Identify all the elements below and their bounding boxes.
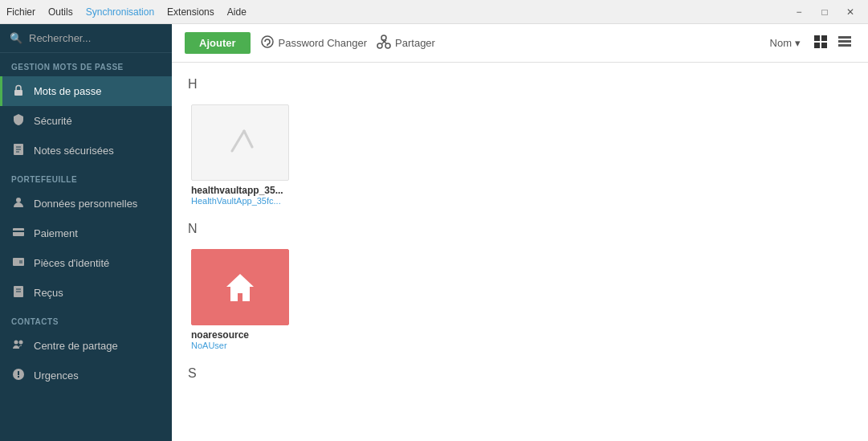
sidebar-item-personal[interactable]: Données personnelles (0, 189, 172, 218)
menu-outils[interactable]: Outils (48, 6, 73, 18)
sidebar-item-personal-label: Données personnelles (34, 198, 137, 210)
maximize-button[interactable]: □ (813, 3, 836, 21)
menu-fichier[interactable]: Fichier (6, 6, 35, 18)
section-header-h: H (188, 77, 852, 92)
sidebar-item-notes-label: Notes sécurisées (34, 145, 114, 157)
section-label-contacts: CONTACTS (0, 308, 172, 331)
svg-point-16 (19, 341, 23, 345)
svg-rect-27 (821, 43, 827, 48)
search-icon: 🔍 (10, 32, 22, 44)
close-button[interactable]: ✕ (839, 3, 862, 21)
svg-point-9 (14, 260, 18, 263)
lock-icon (11, 84, 26, 99)
section-label-portefeuille: PORTEFEUILLE (0, 165, 172, 189)
sidebar-item-receipts[interactable]: Reçus (0, 278, 172, 308)
sidebar-item-notes[interactable]: Notes sécurisées (0, 136, 172, 165)
item-icon-healthvault (191, 104, 289, 181)
menu-aide[interactable]: Aide (227, 6, 247, 18)
menu-extensions[interactable]: Extensions (167, 6, 214, 18)
svg-rect-28 (838, 36, 851, 39)
list-view-button[interactable] (834, 33, 855, 54)
svg-line-31 (232, 131, 244, 151)
svg-rect-0 (14, 90, 22, 96)
section-header-s: S (188, 366, 852, 381)
sidebar-item-receipts-label: Reçus (34, 287, 63, 299)
identity-icon (11, 255, 26, 271)
svg-rect-25 (821, 35, 827, 41)
svg-point-5 (16, 198, 21, 202)
main-layout: 🔍 GESTION MOTS DE PASSE Mots de passe Sé… (0, 24, 868, 441)
share-action[interactable]: Partager (377, 35, 435, 51)
notes-icon (11, 143, 26, 158)
sidebar-item-sharing[interactable]: Centre de partage (0, 331, 172, 361)
item-name-healthvault: healthvaultapp_35... (191, 185, 289, 196)
item-sub-noaresource: NoAUser (191, 341, 289, 350)
sidebar-item-security[interactable]: Sécurité (0, 106, 172, 136)
svg-rect-29 (838, 40, 851, 43)
content-area: Ajouter Password Changer Partager Nom ▾ (172, 24, 868, 441)
list-item[interactable]: noaresource NoAUser (188, 246, 292, 353)
sort-label: Nom (770, 37, 792, 49)
titlebar: Fichier Outils Synchronisation Extension… (0, 0, 868, 24)
sidebar-item-passwords[interactable]: Mots de passe (0, 76, 172, 106)
search-bar: 🔍 (0, 24, 172, 53)
minimize-button[interactable]: − (788, 3, 810, 21)
password-changer-label: Password Changer (279, 37, 368, 49)
sidebar-item-urgences[interactable]: Urgences (0, 361, 172, 390)
svg-rect-30 (838, 44, 851, 47)
section-label-passwords: GESTION MOTS DE PASSE (0, 53, 172, 76)
sort-chevron-icon: ▾ (795, 37, 801, 49)
sidebar-item-payment-label: Paiement (34, 227, 78, 239)
sidebar-item-identity[interactable]: Pièces d'identité (0, 248, 172, 278)
svg-marker-33 (226, 274, 254, 301)
payment-icon (11, 226, 26, 241)
window-controls: − □ ✕ (788, 3, 862, 21)
item-icon-noaresource (191, 249, 289, 325)
sort-control[interactable]: Nom ▾ (770, 37, 801, 49)
add-button[interactable]: Ajouter (185, 32, 251, 54)
sidebar-item-security-label: Sécurité (34, 115, 72, 127)
sidebar-item-sharing-label: Centre de partage (34, 340, 118, 352)
list-area: H healthvaultapp_35... HealthVaultApp_35… (172, 63, 868, 441)
list-item[interactable]: healthvaultapp_35... HealthVaultApp_35fc… (188, 101, 292, 209)
view-controls (810, 33, 855, 54)
menu-synchronisation[interactable]: Synchronisation (86, 6, 154, 18)
svg-rect-19 (18, 376, 19, 378)
svg-rect-18 (18, 371, 19, 375)
svg-line-32 (244, 131, 252, 147)
item-name-noaresource: noaresource (191, 329, 289, 341)
urgences-icon (11, 368, 26, 383)
toolbar: Ajouter Password Changer Partager Nom ▾ (172, 24, 868, 63)
section-header-n: N (188, 222, 852, 236)
svg-rect-24 (814, 35, 820, 41)
item-sub-healthvault: HealthVaultApp_35fc... (191, 196, 289, 206)
svg-point-15 (14, 341, 18, 345)
svg-rect-26 (814, 43, 820, 48)
sidebar: 🔍 GESTION MOTS DE PASSE Mots de passe Sé… (0, 24, 172, 441)
menu-bar: Fichier Outils Synchronisation Extension… (6, 6, 247, 18)
grid-view-button[interactable] (810, 33, 831, 54)
items-grid-h: healthvaultapp_35... HealthVaultApp_35fc… (188, 101, 852, 209)
items-grid-n: noaresource NoAUser (188, 246, 852, 353)
search-input[interactable] (29, 32, 164, 44)
share-icon (377, 35, 391, 51)
receipt-icon (11, 285, 26, 300)
sharing-icon (11, 338, 26, 353)
password-changer-action[interactable]: Password Changer (260, 35, 368, 51)
sidebar-item-passwords-label: Mots de passe (34, 85, 102, 97)
person-icon (11, 196, 26, 211)
sidebar-item-identity-label: Pièces d'identité (34, 257, 109, 269)
password-changer-icon (260, 35, 275, 51)
share-label: Partager (395, 37, 435, 49)
sidebar-item-urgences-label: Urgences (34, 370, 79, 382)
shield-icon (11, 113, 26, 129)
sidebar-item-payment[interactable]: Paiement (0, 218, 172, 248)
